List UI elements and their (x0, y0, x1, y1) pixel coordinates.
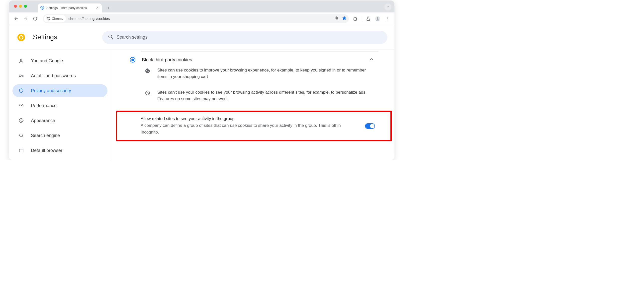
url-text: chrome://settings/cookies (68, 17, 110, 21)
svg-point-10 (20, 36, 22, 39)
speedometer-icon (18, 103, 24, 108)
search-settings-input[interactable]: Search settings (102, 31, 388, 44)
sidebar-item-appearance[interactable]: Appearance (12, 114, 108, 127)
settings-main: Block third-party cookies Sites can use … (111, 50, 394, 160)
extensions-button[interactable] (351, 14, 360, 23)
toggle-title: Allow related sites to see your activity… (140, 116, 359, 121)
site-chip-label: Chrome (52, 17, 63, 20)
toolbar: Chrome chrome://settings/cookies (9, 12, 394, 25)
search-icon (18, 133, 24, 138)
sidebar-item-label: Performance (31, 103, 56, 108)
tab-strip: Settings - Third-party cookies (9, 0, 394, 12)
svg-point-6 (387, 18, 388, 19)
svg-point-16 (22, 120, 22, 121)
sidebar-item-you-and-google[interactable]: You and Google (12, 54, 108, 67)
divider (141, 51, 378, 51)
sidebar-item-label: Search engine (31, 133, 60, 138)
chevron-up-icon[interactable] (369, 56, 376, 63)
block-icon (145, 90, 150, 102)
chrome-logo-icon (46, 17, 50, 21)
svg-point-15 (21, 119, 22, 120)
svg-rect-18 (20, 149, 23, 152)
person-icon (18, 58, 24, 63)
svg-point-1 (48, 18, 49, 19)
search-placeholder: Search settings (117, 35, 148, 40)
svg-point-12 (20, 59, 22, 61)
description-text: Sites can use cookies to improve your br… (157, 67, 376, 80)
sidebar-item-performance[interactable]: Performance (12, 99, 108, 112)
cookies-panel: Block third-party cookies Sites can use … (128, 51, 378, 160)
minimize-window-button[interactable] (19, 5, 22, 8)
browser-icon (18, 148, 24, 153)
reload-button[interactable] (31, 14, 40, 23)
palette-icon (18, 118, 24, 123)
toolbar-divider (362, 16, 362, 21)
cookie-icon (145, 68, 150, 80)
svg-point-17 (20, 134, 22, 137)
svg-point-13 (19, 75, 21, 76)
svg-point-5 (387, 17, 388, 17)
sidebar-item-default-browser[interactable]: Default browser (12, 144, 108, 157)
browser-tab[interactable]: Settings - Third-party cookies (38, 3, 102, 12)
key-icon (18, 73, 24, 78)
block-third-party-option[interactable]: Block third-party cookies (128, 53, 378, 66)
browser-window: Settings - Third-party cookies Chrome (9, 0, 394, 160)
shield-icon (18, 88, 24, 93)
address-bar[interactable]: Chrome chrome://settings/cookies (43, 14, 349, 23)
tab-search-button[interactable] (384, 3, 392, 10)
svg-point-14 (20, 120, 20, 121)
sidebar-item-search-engine[interactable]: Search engine (12, 129, 108, 142)
sidebar-item-label: You and Google (31, 58, 63, 63)
gear-icon (40, 6, 44, 10)
close-tab-icon[interactable] (95, 5, 99, 10)
description-text: Sites can't use your cookies to see your… (157, 89, 376, 102)
allow-related-sites-toggle[interactable] (365, 123, 375, 129)
forward-button[interactable] (22, 14, 30, 23)
sidebar-item-label: Appearance (31, 118, 55, 123)
tab-title: Settings - Third-party cookies (46, 6, 93, 10)
close-window-button[interactable] (14, 5, 17, 8)
svg-point-11 (108, 35, 112, 38)
new-tab-button[interactable] (105, 4, 112, 11)
search-icon (108, 34, 113, 41)
toggle-subtitle: A company can define a group of sites th… (140, 122, 359, 136)
description-blocked: Sites can't use your cookies to see your… (128, 89, 378, 106)
sidebar-item-label: Default browser (31, 148, 62, 153)
sidebar-item-label: Autofill and passwords (31, 73, 76, 78)
window-controls (14, 5, 27, 8)
profile-button[interactable] (374, 14, 382, 23)
sidebar-item-privacy[interactable]: Privacy and security (12, 84, 108, 97)
chrome-menu-button[interactable] (383, 14, 392, 23)
description-allowed: Sites can use cookies to improve your br… (128, 66, 378, 84)
zoom-icon[interactable] (334, 16, 339, 21)
sidebar-item-label: Privacy and security (31, 88, 71, 93)
allow-related-sites-row: Allow related sites to see your activity… (116, 111, 392, 141)
labs-button[interactable] (364, 14, 372, 23)
settings-header: Settings Search settings (9, 25, 394, 50)
site-chip[interactable]: Chrome (44, 15, 66, 22)
page-title: Settings (33, 33, 57, 41)
bookmark-star-icon[interactable] (342, 16, 347, 22)
sidebar-item-autofill[interactable]: Autofill and passwords (12, 69, 108, 82)
option-title: Block third-party cookies (142, 57, 362, 62)
svg-point-4 (377, 17, 378, 19)
settings-sidebar: You and Google Autofill and passwords Pr… (9, 50, 111, 160)
svg-point-7 (387, 20, 388, 20)
back-button[interactable] (12, 14, 20, 23)
fullscreen-window-button[interactable] (24, 5, 27, 8)
settings-logo-icon (17, 33, 26, 42)
radio-selected-icon[interactable] (130, 57, 136, 62)
